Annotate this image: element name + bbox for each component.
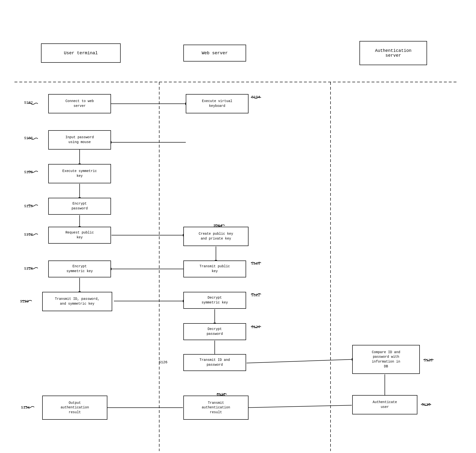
svg-line-31: [247, 405, 352, 408]
label-s132: S132: [217, 393, 225, 397]
step-transmit-public-key: Transmit public key: [183, 261, 246, 277]
label-s106: S106: [24, 136, 33, 140]
auth-server-header: Authentication server: [359, 41, 427, 65]
svg-line-27: [247, 359, 352, 363]
step-transmit-auth-result: Transmit authentication result: [183, 396, 249, 420]
step-decrypt-symmetric-key: Decrypt symmetric key: [183, 292, 246, 309]
step-input-password: Input password using mouse: [48, 130, 111, 149]
web-server-label: Web server: [202, 51, 228, 56]
label-s114: S114: [251, 262, 260, 266]
step-decrypt-password: Decrypt password: [183, 323, 246, 340]
label-s104b: S104: [213, 224, 222, 228]
user-terminal-label: User terminal: [64, 51, 98, 56]
user-terminal-header: User terminal: [41, 43, 121, 63]
label-s118: S118: [24, 267, 33, 271]
label-s102: S102: [24, 101, 33, 105]
step-execute-symmetric-key: Execute symmetric key: [48, 164, 111, 183]
label-s134: S134: [21, 406, 30, 410]
label-s110: S110: [24, 204, 33, 208]
step-create-public-private-key: Create public key and private key: [183, 227, 249, 246]
label-s104: S104: [251, 95, 260, 99]
step-connect-web-server: Connect to web server: [48, 94, 111, 113]
step-execute-virtual-keyboard: Execute virtual keyboard: [186, 94, 249, 113]
web-server-header: Web server: [183, 45, 246, 62]
step-request-public-key: Request public key: [48, 227, 111, 244]
step-encrypt-password: Encrypt password: [48, 198, 111, 215]
label-s128: S128: [424, 358, 433, 362]
label-s112: S112: [24, 233, 33, 237]
label-s124: S124: [251, 325, 260, 329]
arrows-svg: [0, 0, 476, 453]
label-s122: S122: [251, 293, 260, 297]
step-transmit-id-password-key: Transmit ID, password, and symmetric key: [42, 292, 112, 311]
step-encrypt-symmetric-key: Encrypt symmetric key: [48, 261, 111, 277]
label-s120: S120: [20, 300, 29, 304]
step-transmit-id-password: Transmit ID and password: [183, 354, 246, 371]
label-s126: S126: [159, 360, 167, 364]
diagram-container: User terminal Web server Authentication …: [0, 0, 476, 453]
auth-server-label: Authentication server: [375, 48, 411, 58]
step-compare-id-password: Compare ID and password with information…: [352, 345, 420, 374]
label-s130: S130: [422, 403, 430, 407]
label-s108: S108: [24, 170, 33, 174]
step-output-auth-result: Output authentication result: [42, 396, 107, 420]
step-authenticate-user: Authenticate user: [352, 395, 417, 414]
